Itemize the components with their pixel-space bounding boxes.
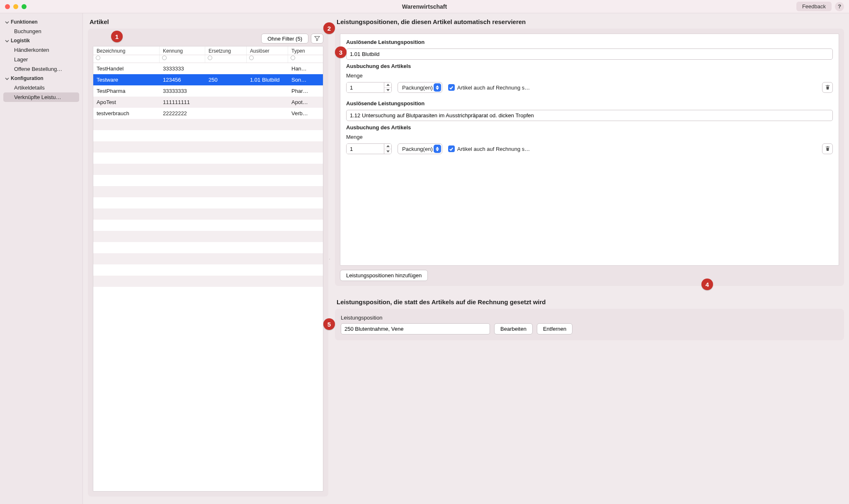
qty-up[interactable] [384,144,391,149]
table-cell [93,253,160,264]
edit-button[interactable]: Bearbeiten [494,323,533,334]
table-cell [93,130,160,141]
sidebar-item-offene-bestellung[interactable]: Offene Bestellung… [3,64,79,74]
callout-badge-1: 1 [111,31,123,42]
updown-icon [434,145,441,153]
table-cell [160,197,205,208]
callout-badge-3: 3 [335,46,347,58]
table-cell [247,220,288,231]
window-zoom-icon[interactable] [22,4,27,9]
remove-button[interactable]: Entfernen [537,323,572,334]
table-cell [247,141,288,153]
sidebar-group-logistik[interactable]: Logistik [3,36,79,45]
sidebar-item-haendlerkonten[interactable]: Händlerkonten [3,45,79,55]
qty-stepper[interactable] [346,82,392,93]
table-row [93,175,323,186]
sidebar-item-verknuepfte-leistungen[interactable]: Verknüpfte Leistu… [3,92,79,102]
table-cell: Phar… [288,88,323,94]
table-cell [205,153,247,164]
pane-divider-handle[interactable]: · [329,255,331,262]
window-close-icon[interactable] [5,4,10,9]
table-cell [205,197,247,208]
add-position-button[interactable]: Leistungspositionen hinzufügen [340,270,428,281]
col-typen[interactable]: Typen [288,46,323,55]
callout-badge-2: 2 [323,22,335,34]
sidebar-item-buchungen[interactable]: Buchungen [3,27,79,36]
table-cell: 123456 [160,77,205,83]
sidebar-group-funktionen[interactable]: Funktionen [3,17,79,27]
table-cell: Son… [288,77,323,83]
table-cell [288,208,323,220]
table-row[interactable]: ApoTest111111111Apot… [93,97,323,108]
checkbox-checked-icon [448,145,455,152]
qty-down[interactable] [384,149,391,154]
replacement-input[interactable] [341,323,490,334]
table-row[interactable]: Testware1234562501.01 BlutbildSon… [93,74,323,85]
trigger-input[interactable] [346,48,833,60]
table-filter-radios [93,55,323,63]
unit-label: Packung(en) [402,85,433,91]
radio-ausloeser[interactable] [249,56,254,60]
titlebar: Warenwirtschaft Feedback ? [0,0,849,13]
col-kennung[interactable]: Kennung [160,46,205,55]
chevron-down-icon [5,20,9,24]
radio-bezeichnung[interactable] [96,56,100,60]
unit-dropdown[interactable]: Packung(en) [398,143,442,154]
radio-ersetzung[interactable] [208,56,212,60]
section-title-reserve: Leistungspositionen, die diesen Artikel … [337,18,844,25]
col-ersetzung[interactable]: Ersetzung [205,46,247,55]
table-cell [205,231,247,242]
table-row [93,220,323,231]
window-minimize-icon[interactable] [13,4,18,9]
table-cell [205,253,247,264]
table-cell: 111111111 [160,99,205,105]
table-row[interactable]: TestPharma33333333Phar… [93,85,323,97]
table-row [93,264,323,276]
radio-kennung[interactable] [162,56,167,60]
table-row [93,242,323,253]
table-cell [205,186,247,197]
sidebar-item-lager[interactable]: Lager [3,55,79,64]
filter-dropdown[interactable]: Ohne Filter (5) [261,34,308,44]
table-cell [93,220,160,231]
radio-typen[interactable] [291,56,295,60]
table-cell [160,119,205,130]
table-row[interactable]: TestHandel3333333Han… [93,63,323,74]
qty-input[interactable] [347,82,384,92]
table-cell [288,220,323,231]
invoice-checkbox-wrap[interactable]: Artikel auch auf Rechnung s… [448,84,816,91]
help-button[interactable]: ? [835,2,844,11]
qty-input[interactable] [347,144,384,154]
unit-dropdown[interactable]: Packung(en) [398,82,442,93]
feedback-button[interactable]: Feedback [796,2,832,11]
table-cell [160,164,205,175]
table-row [93,197,323,208]
trigger-input[interactable] [346,110,833,121]
col-bezeichnung[interactable]: Bezeichnung [93,46,160,55]
table-cell: TestHandel [93,65,160,72]
table-row [93,231,323,242]
table-cell [160,276,205,287]
table-row[interactable]: testverbrauch22222222Verb… [93,108,323,119]
table-cell [288,130,323,141]
table-row [93,164,323,175]
qty-up[interactable] [384,82,391,88]
delete-group-button[interactable] [822,143,833,154]
table-cell [205,208,247,220]
table-header: Bezeichnung Kennung Ersetzung Auslöser T… [93,46,323,55]
col-ausloeser[interactable]: Auslöser [247,46,288,55]
invoice-checkbox-wrap[interactable]: Artikel auch auf Rechnung s… [448,145,816,152]
table-cell [93,186,160,197]
table-cell [247,175,288,186]
sidebar-group-konfiguration[interactable]: Konfiguration [3,74,79,83]
qty-stepper[interactable] [346,143,392,154]
qty-down[interactable] [384,88,391,93]
sidebar-item-artikeldetails[interactable]: Artikeldetails [3,83,79,92]
invoice-checkbox-label: Artikel auch auf Rechnung s… [457,146,816,152]
chevron-down-icon [5,39,9,43]
filter-icon-button[interactable] [311,34,323,44]
content: 1 2 3 4 5 · Artikel Ohne Filter (5) Beze… [83,13,849,504]
trash-icon [825,84,830,91]
delete-group-button[interactable] [822,82,833,93]
table-cell [247,164,288,175]
